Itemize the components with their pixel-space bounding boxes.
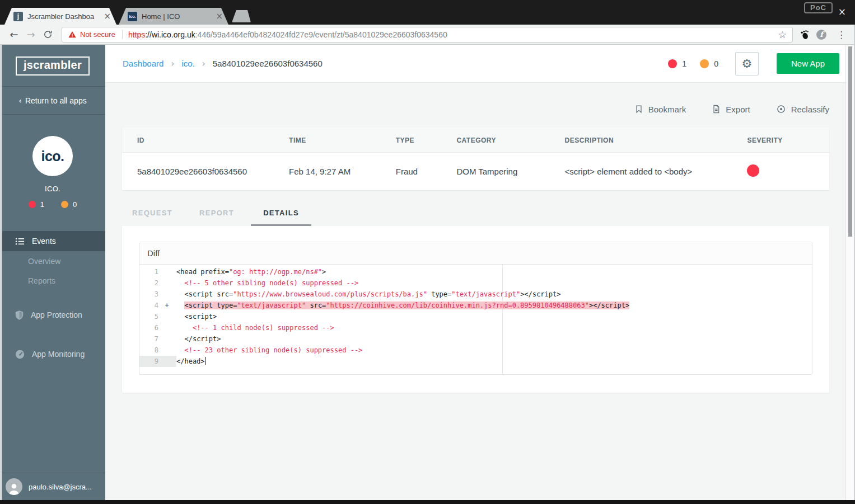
cell-category: DOM Tampering [456, 153, 564, 191]
tab-title: Home | ICO [142, 12, 211, 21]
table-row[interactable]: 5a8401029ee26603f0634560 Feb 14, 9:27 AM… [122, 153, 829, 191]
reload-icon[interactable] [40, 30, 55, 39]
sidebar-item-app-monitoring[interactable]: App Monitoring [0, 344, 105, 364]
browser-tab-ico[interactable]: ico. Home | ICO × [119, 8, 228, 25]
sidebar-item-events[interactable]: Events [0, 231, 105, 251]
diff-code-lines: 1<head prefix="og: http://ogp.me/ns#">2 … [139, 266, 812, 367]
url-text: https://wi.ico.org.uk:446/59a4464ef0b482… [128, 30, 774, 39]
column-header-time: TIME [289, 128, 396, 153]
orange-count-badge: 0 [61, 200, 77, 209]
jscrambler-logo[interactable]: jscrambler [0, 45, 105, 87]
line-number: 2 [139, 277, 158, 289]
code-line: 1<head prefix="og: http://ogp.me/ns#"> [139, 266, 812, 277]
event-actions: Bookmark Export Reclassify [122, 104, 829, 114]
breadcrumb: Dashboard › ico. › 5a8401029ee26603f0634… [123, 59, 323, 69]
scrollbar-thumb[interactable] [848, 46, 852, 237]
sidebar: jscrambler ‹Return to all apps ico. ICO.… [0, 45, 105, 500]
url-path: :446/59a4464ef0b4824024fd27e9/event/zt/5… [195, 30, 447, 39]
sidebar-item-reports[interactable]: Reports [0, 271, 105, 290]
sidebar-item-app-protection[interactable]: App Protection [0, 305, 105, 325]
code-line: 6 <!-- 1 child node(s) suppressed --> [139, 322, 812, 333]
omnibox-divider [122, 30, 123, 39]
page-header: Dashboard › ico. › 5a8401029ee26603f0634… [105, 45, 846, 83]
page-scrollbar[interactable] [845, 45, 854, 500]
code-line: 4+ <script type="text/javascript" src="h… [139, 300, 812, 311]
reclassify-button[interactable]: Reclassify [776, 104, 829, 114]
code-line: 8 <!-- 23 other sibling node(s) suppress… [139, 345, 812, 356]
header-orange-count: 0 [700, 59, 718, 68]
breadcrumb-sep-icon: › [171, 59, 174, 69]
event-detail-tabs: REQUEST REPORT DETAILS [122, 209, 829, 226]
browser-menu-icon[interactable]: ⋮ [837, 29, 846, 40]
code-line: 2 <!-- 5 other sibling node(s) suppresse… [139, 277, 812, 289]
user-menu[interactable]: paulo.silva@jscra... [0, 473, 105, 500]
line-number: 4 [139, 300, 158, 311]
window-close-icon[interactable]: × [838, 7, 846, 17]
breadcrumb-dashboard[interactable]: Dashboard [123, 59, 163, 68]
gauge-icon [15, 350, 25, 359]
tab-report[interactable]: REPORT [186, 209, 247, 226]
cell-severity [747, 153, 829, 191]
code-line: 5 <script> [139, 311, 812, 322]
ico-favicon: ico. [128, 12, 137, 21]
code-line: 3 <script src="https://www.browsealoud.c… [139, 289, 812, 300]
cell-id: 5a8401029ee26603f0634560 [122, 153, 289, 191]
avatar [6, 478, 22, 495]
diff-title: Diff [139, 242, 812, 265]
column-header-id: ID [122, 128, 289, 153]
warning-icon [68, 30, 77, 39]
red-dot-icon [668, 59, 677, 68]
code-line: 9</head> [139, 356, 812, 367]
severity-dot-icon [747, 164, 759, 177]
line-number: 8 [139, 345, 158, 356]
gnome-foot-icon[interactable] [800, 30, 810, 40]
header-red-count: 1 [668, 59, 686, 68]
url-scheme: https [128, 30, 145, 39]
cell-type: Fraud [396, 153, 457, 191]
breadcrumb-ico[interactable]: ico. [181, 59, 194, 68]
export-button[interactable]: Export [712, 104, 750, 114]
diff-marker [158, 289, 175, 300]
user-email: paulo.silva@jscra... [29, 483, 92, 491]
tab-details[interactable]: DETAILS [251, 209, 311, 226]
red-count-badge: 1 [29, 200, 44, 209]
settings-button[interactable]: ⚙ [735, 52, 759, 76]
breadcrumb-sep-icon: › [202, 59, 205, 69]
browser-tab-jscrambler[interactable]: j Jscrambler Dashboa × [4, 8, 116, 25]
app-name: ICO. [0, 185, 105, 193]
bookmark-star-icon[interactable]: ☆ [778, 29, 787, 40]
fedora-icon[interactable]: f [816, 30, 826, 40]
diff-panel: Diff 1<head prefix="og: http://ogp.me/ns… [139, 242, 812, 375]
bookmark-button[interactable]: Bookmark [634, 104, 686, 114]
diff-marker [158, 266, 175, 277]
gear-icon: ⚙ [742, 57, 753, 70]
code-line: 7 </script> [139, 333, 812, 345]
tab-close-icon[interactable]: × [216, 11, 223, 21]
bookmark-icon [634, 104, 643, 114]
address-bar[interactable]: Not secure https://wi.ico.org.uk:446/59a… [62, 27, 793, 43]
line-number: 5 [139, 311, 158, 322]
diff-code[interactable]: 1<head prefix="og: http://ogp.me/ns#">2 … [139, 265, 812, 374]
cell-description: <script> element added to <body> [565, 153, 747, 191]
diff-marker: + [158, 300, 175, 311]
line-number: 1 [139, 266, 158, 277]
sidebar-item-overview[interactable]: Overview [0, 251, 105, 271]
tab-close-icon[interactable]: × [104, 11, 111, 21]
ico-logo: ico. [32, 136, 73, 176]
orange-dot-icon [700, 59, 709, 68]
table-header-row: ID TIME TYPE CATEGORY DESCRIPTION SEVERI… [122, 128, 829, 153]
chevron-left-icon: ‹ [18, 96, 22, 105]
back-icon[interactable]: ← [7, 29, 21, 40]
app-badge: ico. ICO. 1 0 [0, 115, 105, 209]
forward-icon[interactable]: → [24, 29, 38, 40]
column-header-description: DESCRIPTION [565, 128, 747, 153]
diff-marker [158, 311, 175, 322]
new-tab-button[interactable] [232, 10, 251, 22]
column-header-severity: SEVERITY [747, 128, 829, 153]
diff-marker [158, 356, 175, 367]
diff-marker [158, 345, 175, 356]
red-dot-icon [29, 201, 36, 208]
return-to-all-apps-link[interactable]: ‹Return to all apps [0, 87, 105, 115]
tab-request[interactable]: REQUEST [122, 209, 183, 226]
new-app-button[interactable]: New App [777, 53, 839, 74]
